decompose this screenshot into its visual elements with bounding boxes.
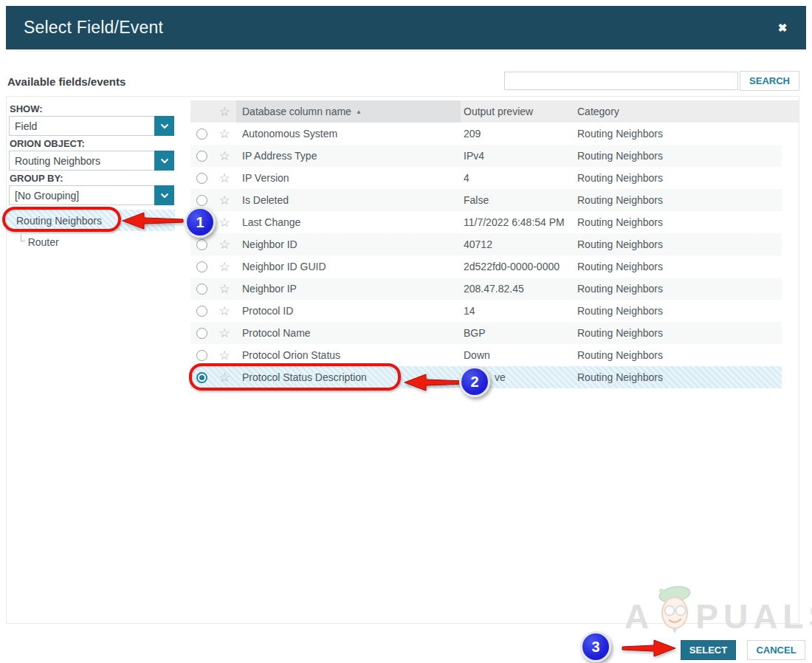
row-star-icon[interactable]: ☆ bbox=[219, 348, 230, 363]
annotation-arrow-left-1 bbox=[122, 212, 184, 230]
annotation-step-3-badge: 3 bbox=[580, 631, 611, 662]
annotation-arrow-right-3 bbox=[622, 639, 676, 657]
row-radio[interactable] bbox=[196, 173, 207, 184]
row-category: Routing Neighbors bbox=[574, 371, 782, 383]
star-icon: ☆ bbox=[219, 104, 230, 120]
row-preview: Down bbox=[461, 349, 574, 361]
annotation-step-1-badge: 1 bbox=[185, 207, 216, 238]
column-header-label: Database column name bbox=[242, 106, 351, 117]
column-header-database-column-name[interactable]: Database column name ▲ bbox=[236, 100, 461, 123]
tree-item-router[interactable]: └ Router bbox=[17, 234, 59, 250]
row-radio[interactable] bbox=[196, 195, 207, 206]
row-radio[interactable] bbox=[196, 328, 207, 339]
row-name: IP Address Type bbox=[236, 150, 461, 162]
group-by-label: GROUP BY: bbox=[10, 173, 63, 184]
chevron-down-icon[interactable] bbox=[154, 151, 174, 171]
row-radio[interactable] bbox=[196, 151, 207, 162]
row-star-icon[interactable]: ☆ bbox=[219, 281, 230, 297]
search-button[interactable]: SEARCH bbox=[740, 71, 799, 91]
row-preview: IPv4 bbox=[461, 150, 574, 162]
annotation-step-2-badge: 2 bbox=[459, 366, 490, 397]
row-category: Routing Neighbors bbox=[574, 349, 782, 361]
column-header-category[interactable]: Category bbox=[574, 100, 799, 123]
row-radio[interactable] bbox=[196, 350, 207, 361]
select-button[interactable]: SELECT bbox=[681, 640, 736, 660]
annotation-step-number: 2 bbox=[470, 374, 478, 391]
row-name: Neighbor ID bbox=[236, 238, 461, 250]
row-preview: 2d522fd0-0000-0000 bbox=[461, 261, 574, 272]
row-radio[interactable] bbox=[196, 306, 207, 317]
row-radio[interactable] bbox=[196, 128, 207, 140]
row-preview: 11/7/2022 6:48:54 PM bbox=[461, 216, 574, 228]
cancel-button[interactable]: CANCEL bbox=[747, 640, 805, 660]
table-header: ☆ Database column name ▲ Output preview … bbox=[190, 100, 799, 123]
annotation-step-number: 1 bbox=[196, 214, 204, 231]
star-column-header: ☆ bbox=[213, 100, 236, 123]
row-name: Neighbor ID GUID bbox=[236, 261, 461, 272]
row-name: Neighbor IP bbox=[236, 283, 461, 295]
row-star-icon[interactable]: ☆ bbox=[219, 326, 230, 341]
annotation-highlight-oval-2 bbox=[189, 363, 401, 391]
annotation-step-number: 3 bbox=[591, 639, 599, 656]
show-dropdown[interactable]: Field bbox=[9, 116, 174, 136]
row-name: Protocol Orion Status bbox=[236, 349, 461, 361]
row-name: IP Version bbox=[236, 172, 461, 184]
chevron-down-icon[interactable] bbox=[154, 185, 174, 205]
row-category: Routing Neighbors bbox=[574, 305, 782, 317]
row-name: Autonomous System bbox=[236, 128, 461, 140]
show-label: SHOW: bbox=[10, 103, 43, 114]
table-row[interactable]: ☆ Neighbor IP 208.47.82.45 Routing Neigh… bbox=[190, 278, 782, 300]
column-header-label: Output preview bbox=[464, 106, 533, 117]
tree-connector-icon: └ bbox=[17, 234, 25, 247]
radio-column-header bbox=[190, 100, 213, 123]
dialog-header: Select Field/Event ✖ bbox=[6, 6, 806, 49]
close-icon[interactable]: ✖ bbox=[769, 6, 796, 49]
row-category: Routing Neighbors bbox=[574, 150, 782, 162]
sort-asc-icon: ▲ bbox=[356, 109, 362, 115]
table-row[interactable]: ☆ Is Deleted False Routing Neighbors bbox=[190, 189, 782, 211]
row-radio[interactable] bbox=[196, 261, 207, 272]
annotation-arrow-left-2 bbox=[404, 374, 464, 391]
group-by-dropdown[interactable]: [No Grouping] bbox=[9, 185, 174, 205]
row-star-icon[interactable]: ☆ bbox=[219, 171, 230, 186]
available-fields-heading: Available fields/events bbox=[7, 75, 125, 88]
row-name: Protocol Name bbox=[236, 327, 461, 339]
orion-object-label: ORION OBJECT: bbox=[10, 138, 85, 149]
row-preview: 4 bbox=[461, 172, 574, 184]
table-row[interactable]: ☆ Neighbor ID GUID 2d522fd0-0000-0000 Ro… bbox=[190, 255, 782, 278]
row-star-icon[interactable]: ☆ bbox=[219, 303, 230, 319]
orion-object-dropdown-value: Routing Neighbors bbox=[10, 155, 154, 167]
dialog-title: Select Field/Event bbox=[6, 18, 163, 38]
column-header-output-preview[interactable]: Output preview bbox=[461, 100, 574, 123]
row-star-icon[interactable]: ☆ bbox=[219, 193, 230, 208]
row-preview: 40712 bbox=[461, 238, 574, 250]
row-category: Routing Neighbors bbox=[574, 283, 782, 295]
row-radio[interactable] bbox=[196, 239, 207, 250]
show-dropdown-value: Field bbox=[10, 120, 154, 132]
tree-item-label: Router bbox=[28, 236, 59, 248]
table-row[interactable]: ☆ Neighbor ID 40712 Routing Neighbors bbox=[190, 233, 782, 255]
annotation-highlight-oval-1 bbox=[2, 207, 121, 232]
orion-object-dropdown[interactable]: Routing Neighbors bbox=[9, 151, 174, 171]
table-row[interactable]: ☆ Protocol Name BGP Routing Neighbors bbox=[190, 322, 782, 344]
table-row[interactable]: ☆ Last Change 11/7/2022 6:48:54 PM Routi… bbox=[190, 211, 782, 233]
table-row[interactable]: ☆ IP Version 4 Routing Neighbors bbox=[190, 167, 782, 189]
table-row[interactable]: ☆ Protocol ID 14 Routing Neighbors bbox=[190, 300, 782, 322]
row-category: Routing Neighbors bbox=[574, 194, 782, 206]
row-preview: False bbox=[461, 194, 574, 206]
search-input[interactable] bbox=[504, 72, 738, 90]
table-row[interactable]: ☆ Autonomous System 209 Routing Neighbor… bbox=[190, 123, 782, 145]
row-category: Routing Neighbors bbox=[574, 128, 782, 140]
chevron-down-icon[interactable] bbox=[154, 116, 174, 136]
row-star-icon[interactable]: ☆ bbox=[219, 237, 230, 253]
row-star-icon[interactable]: ☆ bbox=[219, 215, 230, 230]
table-row[interactable]: ☆ IP Address Type IPv4 Routing Neighbors bbox=[190, 145, 782, 167]
row-radio[interactable] bbox=[196, 284, 207, 295]
row-category: Routing Neighbors bbox=[574, 261, 782, 272]
group-by-dropdown-value: [No Grouping] bbox=[10, 190, 154, 202]
row-star-icon[interactable]: ☆ bbox=[219, 126, 230, 142]
row-star-icon[interactable]: ☆ bbox=[219, 259, 230, 275]
row-star-icon[interactable]: ☆ bbox=[219, 148, 230, 164]
column-header-label: Category bbox=[577, 106, 619, 117]
table-body: ☆ Autonomous System 209 Routing Neighbor… bbox=[190, 123, 782, 388]
